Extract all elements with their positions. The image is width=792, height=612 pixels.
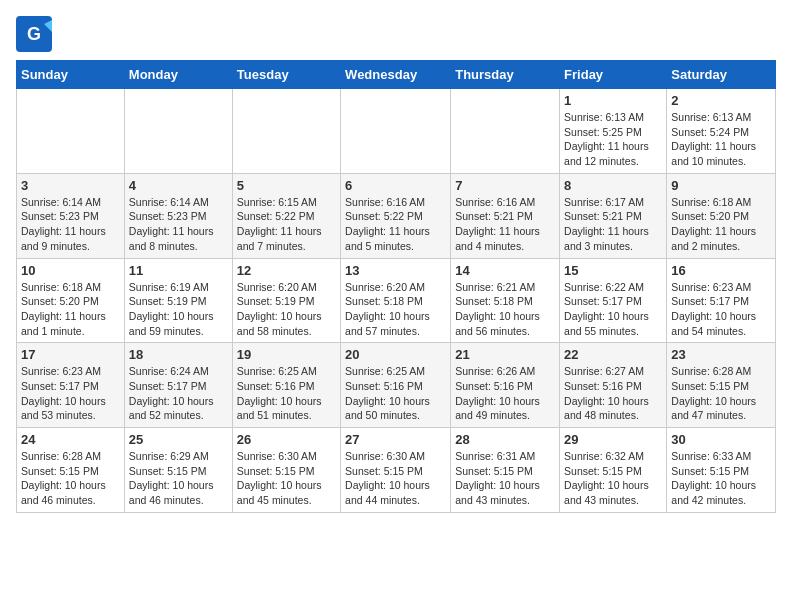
calendar-cell: 17Sunrise: 6:23 AM Sunset: 5:17 PM Dayli… [17,343,125,428]
day-number: 6 [345,178,446,193]
day-info: Sunrise: 6:23 AM Sunset: 5:17 PM Dayligh… [671,280,771,339]
calendar-row-3: 17Sunrise: 6:23 AM Sunset: 5:17 PM Dayli… [17,343,776,428]
calendar-cell: 16Sunrise: 6:23 AM Sunset: 5:17 PM Dayli… [667,258,776,343]
day-info: Sunrise: 6:14 AM Sunset: 5:23 PM Dayligh… [21,195,120,254]
calendar-cell: 29Sunrise: 6:32 AM Sunset: 5:15 PM Dayli… [560,428,667,513]
day-number: 28 [455,432,555,447]
day-info: Sunrise: 6:16 AM Sunset: 5:21 PM Dayligh… [455,195,555,254]
day-number: 1 [564,93,662,108]
calendar-cell: 26Sunrise: 6:30 AM Sunset: 5:15 PM Dayli… [232,428,340,513]
calendar-cell: 28Sunrise: 6:31 AM Sunset: 5:15 PM Dayli… [451,428,560,513]
day-number: 20 [345,347,446,362]
calendar-cell: 3Sunrise: 6:14 AM Sunset: 5:23 PM Daylig… [17,173,125,258]
header-cell-sunday: Sunday [17,61,125,89]
day-number: 7 [455,178,555,193]
calendar-row-1: 3Sunrise: 6:14 AM Sunset: 5:23 PM Daylig… [17,173,776,258]
day-info: Sunrise: 6:25 AM Sunset: 5:16 PM Dayligh… [345,364,446,423]
calendar-cell [341,89,451,174]
day-number: 11 [129,263,228,278]
header-cell-friday: Friday [560,61,667,89]
day-number: 8 [564,178,662,193]
day-number: 2 [671,93,771,108]
logo-icon: G [16,16,52,52]
day-number: 17 [21,347,120,362]
calendar-cell: 4Sunrise: 6:14 AM Sunset: 5:23 PM Daylig… [124,173,232,258]
header-cell-tuesday: Tuesday [232,61,340,89]
day-number: 18 [129,347,228,362]
day-info: Sunrise: 6:18 AM Sunset: 5:20 PM Dayligh… [671,195,771,254]
day-number: 26 [237,432,336,447]
calendar-cell [124,89,232,174]
day-number: 21 [455,347,555,362]
day-info: Sunrise: 6:32 AM Sunset: 5:15 PM Dayligh… [564,449,662,508]
calendar-cell: 18Sunrise: 6:24 AM Sunset: 5:17 PM Dayli… [124,343,232,428]
logo: G [16,16,56,52]
day-number: 22 [564,347,662,362]
day-info: Sunrise: 6:23 AM Sunset: 5:17 PM Dayligh… [21,364,120,423]
day-number: 25 [129,432,228,447]
day-number: 10 [21,263,120,278]
calendar-cell: 19Sunrise: 6:25 AM Sunset: 5:16 PM Dayli… [232,343,340,428]
day-info: Sunrise: 6:15 AM Sunset: 5:22 PM Dayligh… [237,195,336,254]
day-info: Sunrise: 6:13 AM Sunset: 5:25 PM Dayligh… [564,110,662,169]
header: G [16,16,776,52]
calendar-body: 1Sunrise: 6:13 AM Sunset: 5:25 PM Daylig… [17,89,776,513]
calendar-cell: 8Sunrise: 6:17 AM Sunset: 5:21 PM Daylig… [560,173,667,258]
calendar-cell [17,89,125,174]
day-number: 9 [671,178,771,193]
calendar-cell: 22Sunrise: 6:27 AM Sunset: 5:16 PM Dayli… [560,343,667,428]
calendar-cell [451,89,560,174]
day-number: 16 [671,263,771,278]
calendar-cell [232,89,340,174]
header-cell-thursday: Thursday [451,61,560,89]
calendar-cell: 27Sunrise: 6:30 AM Sunset: 5:15 PM Dayli… [341,428,451,513]
day-info: Sunrise: 6:22 AM Sunset: 5:17 PM Dayligh… [564,280,662,339]
calendar-cell: 21Sunrise: 6:26 AM Sunset: 5:16 PM Dayli… [451,343,560,428]
day-info: Sunrise: 6:20 AM Sunset: 5:18 PM Dayligh… [345,280,446,339]
header-row: SundayMondayTuesdayWednesdayThursdayFrid… [17,61,776,89]
calendar-cell: 9Sunrise: 6:18 AM Sunset: 5:20 PM Daylig… [667,173,776,258]
day-number: 23 [671,347,771,362]
calendar-table: SundayMondayTuesdayWednesdayThursdayFrid… [16,60,776,513]
calendar-row-4: 24Sunrise: 6:28 AM Sunset: 5:15 PM Dayli… [17,428,776,513]
calendar-cell: 24Sunrise: 6:28 AM Sunset: 5:15 PM Dayli… [17,428,125,513]
calendar-cell: 20Sunrise: 6:25 AM Sunset: 5:16 PM Dayli… [341,343,451,428]
day-number: 27 [345,432,446,447]
day-info: Sunrise: 6:28 AM Sunset: 5:15 PM Dayligh… [671,364,771,423]
calendar-cell: 25Sunrise: 6:29 AM Sunset: 5:15 PM Dayli… [124,428,232,513]
day-number: 19 [237,347,336,362]
day-info: Sunrise: 6:31 AM Sunset: 5:15 PM Dayligh… [455,449,555,508]
day-info: Sunrise: 6:30 AM Sunset: 5:15 PM Dayligh… [237,449,336,508]
day-info: Sunrise: 6:14 AM Sunset: 5:23 PM Dayligh… [129,195,228,254]
calendar-cell: 14Sunrise: 6:21 AM Sunset: 5:18 PM Dayli… [451,258,560,343]
calendar-row-2: 10Sunrise: 6:18 AM Sunset: 5:20 PM Dayli… [17,258,776,343]
day-info: Sunrise: 6:30 AM Sunset: 5:15 PM Dayligh… [345,449,446,508]
calendar-cell: 5Sunrise: 6:15 AM Sunset: 5:22 PM Daylig… [232,173,340,258]
day-info: Sunrise: 6:17 AM Sunset: 5:21 PM Dayligh… [564,195,662,254]
day-info: Sunrise: 6:16 AM Sunset: 5:22 PM Dayligh… [345,195,446,254]
calendar-cell: 1Sunrise: 6:13 AM Sunset: 5:25 PM Daylig… [560,89,667,174]
day-number: 5 [237,178,336,193]
calendar-cell: 2Sunrise: 6:13 AM Sunset: 5:24 PM Daylig… [667,89,776,174]
day-number: 24 [21,432,120,447]
day-info: Sunrise: 6:29 AM Sunset: 5:15 PM Dayligh… [129,449,228,508]
calendar-header: SundayMondayTuesdayWednesdayThursdayFrid… [17,61,776,89]
day-info: Sunrise: 6:20 AM Sunset: 5:19 PM Dayligh… [237,280,336,339]
day-info: Sunrise: 6:21 AM Sunset: 5:18 PM Dayligh… [455,280,555,339]
day-number: 3 [21,178,120,193]
day-number: 15 [564,263,662,278]
day-number: 14 [455,263,555,278]
day-info: Sunrise: 6:28 AM Sunset: 5:15 PM Dayligh… [21,449,120,508]
calendar-cell: 10Sunrise: 6:18 AM Sunset: 5:20 PM Dayli… [17,258,125,343]
day-info: Sunrise: 6:26 AM Sunset: 5:16 PM Dayligh… [455,364,555,423]
day-info: Sunrise: 6:27 AM Sunset: 5:16 PM Dayligh… [564,364,662,423]
calendar-cell: 13Sunrise: 6:20 AM Sunset: 5:18 PM Dayli… [341,258,451,343]
day-info: Sunrise: 6:19 AM Sunset: 5:19 PM Dayligh… [129,280,228,339]
calendar-cell: 30Sunrise: 6:33 AM Sunset: 5:15 PM Dayli… [667,428,776,513]
header-cell-monday: Monday [124,61,232,89]
calendar-row-0: 1Sunrise: 6:13 AM Sunset: 5:25 PM Daylig… [17,89,776,174]
day-number: 13 [345,263,446,278]
header-cell-saturday: Saturday [667,61,776,89]
calendar-cell: 11Sunrise: 6:19 AM Sunset: 5:19 PM Dayli… [124,258,232,343]
day-info: Sunrise: 6:24 AM Sunset: 5:17 PM Dayligh… [129,364,228,423]
